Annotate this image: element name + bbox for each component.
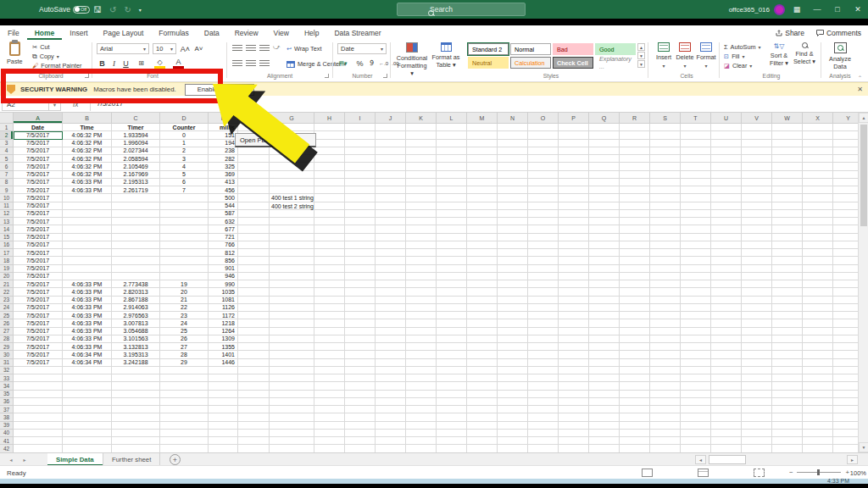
grid-cell-R39[interactable] — [620, 422, 650, 430]
grid-cell-R4[interactable] — [620, 147, 650, 155]
grid-cell-W29[interactable] — [772, 343, 803, 351]
grid-cell-V28[interactable] — [742, 336, 772, 343]
grid-cell-D27[interactable]: 25 — [160, 328, 209, 336]
grid-cell-C34[interactable] — [112, 382, 160, 390]
grid-cell-G27[interactable] — [270, 328, 314, 336]
grid-cell-K36[interactable] — [406, 398, 437, 406]
grid-cell-O34[interactable] — [528, 382, 559, 390]
grid-cell-K20[interactable] — [406, 273, 437, 280]
bold-button[interactable]: B — [97, 58, 108, 69]
grid-cell-P25[interactable] — [559, 312, 589, 319]
cell-style-calculation[interactable]: Calculation — [510, 57, 551, 69]
grid-cell-M42[interactable] — [467, 445, 498, 452]
grid-cell-J1[interactable] — [376, 124, 406, 131]
grid-cell-W24[interactable] — [772, 304, 803, 312]
grid-cell-F8[interactable] — [238, 179, 270, 186]
grid-cell-B11[interactable] — [63, 202, 112, 210]
fill-color-icon[interactable]: ◇ — [154, 58, 165, 69]
grid-cell-S31[interactable] — [650, 359, 681, 367]
grid-cell-B37[interactable] — [63, 406, 112, 413]
grid-cell-N17[interactable] — [498, 249, 528, 257]
grid-cell-A40[interactable] — [14, 430, 63, 437]
grid-cell-V2[interactable] — [742, 131, 772, 139]
zoom-level[interactable]: 100% — [850, 469, 866, 477]
grid-cell-H22[interactable] — [314, 288, 345, 296]
grid-cell-X10[interactable] — [803, 194, 833, 202]
grid-cell-O10[interactable] — [528, 194, 559, 202]
grid-cell-G42[interactable] — [270, 445, 314, 452]
grid-cell-T31[interactable] — [681, 359, 711, 367]
grid-cell-S27[interactable] — [650, 328, 681, 336]
grid-cell-J11[interactable] — [376, 202, 406, 210]
grid-cell-R22[interactable] — [620, 288, 650, 296]
grid-cell-I41[interactable] — [345, 437, 376, 445]
column-header-S[interactable]: S — [650, 113, 681, 124]
grid-cell-E14[interactable]: 677 — [209, 225, 238, 233]
grid-cell-E30[interactable]: 1401 — [209, 351, 238, 358]
grid-cell-M34[interactable] — [467, 382, 498, 390]
grid-cell-B1[interactable]: Time — [63, 124, 112, 131]
grid-cell-Q16[interactable] — [589, 241, 620, 249]
grid-cell-I23[interactable] — [345, 297, 376, 304]
grid-cell-N1[interactable] — [498, 124, 528, 131]
grid-cell-L8[interactable] — [437, 179, 467, 186]
grid-cell-F4[interactable] — [238, 147, 270, 155]
grid-cell-E19[interactable]: 901 — [209, 265, 238, 273]
grid-cell-E18[interactable]: 856 — [209, 257, 238, 264]
grid-cell-S14[interactable] — [650, 225, 681, 233]
grid-cell-R13[interactable] — [620, 218, 650, 225]
ribbon-tab-data-streamer[interactable]: Data Streamer — [326, 25, 388, 40]
grid-cell-T23[interactable] — [681, 297, 711, 304]
grid-cell-X6[interactable] — [803, 163, 833, 170]
grid-cell-E36[interactable] — [209, 398, 238, 406]
grid-cell-M30[interactable] — [467, 351, 498, 358]
grid-cell-C15[interactable] — [112, 234, 160, 241]
grid-cell-G30[interactable] — [270, 351, 314, 358]
grid-cell-U27[interactable] — [711, 328, 742, 336]
grid-cell-F31[interactable] — [238, 359, 270, 367]
grid-cell-F34[interactable] — [238, 382, 270, 390]
grid-cell-L2[interactable] — [437, 131, 467, 139]
grid-cell-F12[interactable] — [238, 210, 270, 218]
grid-cell-S7[interactable] — [650, 171, 681, 179]
grid-cell-L28[interactable] — [437, 336, 467, 343]
grid-cell-L23[interactable] — [437, 297, 467, 304]
grid-cell-N38[interactable] — [498, 413, 528, 421]
grid-cell-C35[interactable] — [112, 391, 160, 398]
grid-cell-W15[interactable] — [772, 234, 803, 241]
column-header-O[interactable]: O — [528, 113, 559, 124]
grid-cell-D13[interactable] — [160, 218, 209, 225]
grid-cell-B13[interactable] — [63, 218, 112, 225]
grid-cell-U1[interactable] — [711, 124, 742, 131]
grid-cell-K10[interactable] — [406, 194, 437, 202]
grid-cell-J2[interactable] — [376, 131, 406, 139]
grid-cell-L36[interactable] — [437, 398, 467, 406]
grid-cell-A8[interactable]: 7/5/2017 — [14, 179, 63, 186]
grid-cell-V31[interactable] — [742, 359, 772, 367]
grid-cell-E15[interactable]: 721 — [209, 234, 238, 241]
grid-cell-B39[interactable] — [63, 422, 112, 430]
grid-cell-J42[interactable] — [376, 445, 406, 452]
grid-cell-H18[interactable] — [314, 257, 345, 264]
grid-cell-F42[interactable] — [238, 445, 270, 452]
grid-cell-X18[interactable] — [803, 257, 833, 264]
grid-cell-X8[interactable] — [803, 179, 833, 186]
grid-cell-J19[interactable] — [376, 265, 406, 273]
grid-cell-X41[interactable] — [803, 437, 833, 445]
grid-cell-M27[interactable] — [467, 328, 498, 336]
grid-cell-C12[interactable] — [112, 210, 160, 218]
grid-cell-N3[interactable] — [498, 140, 528, 147]
grid-cell-S24[interactable] — [650, 304, 681, 312]
grid-cell-Q7[interactable] — [589, 171, 620, 179]
grid-cell-I3[interactable] — [345, 140, 376, 147]
grid-cell-J18[interactable] — [376, 257, 406, 264]
sort-filter-button[interactable]: ⇅▽ Sort & Filter ▾ — [768, 42, 790, 67]
grid-cell-Q20[interactable] — [589, 273, 620, 280]
grid-cell-H17[interactable] — [314, 249, 345, 257]
grid-cell-M16[interactable] — [467, 241, 498, 249]
grid-cell-L6[interactable] — [437, 163, 467, 170]
grid-cell-S11[interactable] — [650, 202, 681, 210]
grid-cell-H1[interactable] — [314, 124, 345, 131]
select-all-corner[interactable] — [0, 113, 14, 124]
row-header-35[interactable]: 35 — [0, 391, 14, 398]
